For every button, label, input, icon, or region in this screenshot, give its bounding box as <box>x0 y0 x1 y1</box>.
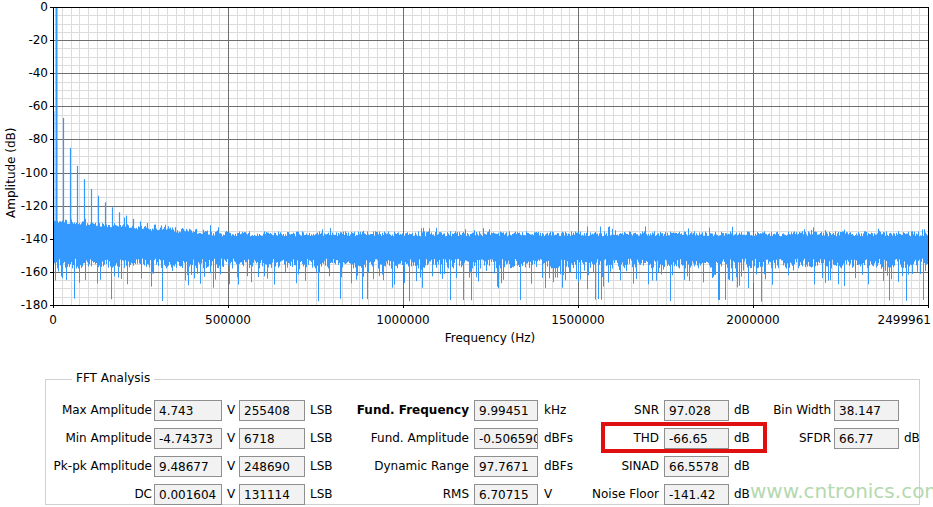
max-amplitude-lsb-field[interactable]: 255408 <box>239 400 305 421</box>
fund-frequency-label: Fund. Frequency <box>341 403 469 419</box>
fund-amplitude-field[interactable]: -0.506590 <box>474 428 538 449</box>
fft-plot: 0-20-40-60-80-100-120-140-160-180 050000… <box>0 0 933 360</box>
pk-pk-amplitude-label: Pk-pk Amplitude <box>46 459 152 475</box>
fft-spectrum-chart <box>0 0 933 360</box>
max-amplitude-field[interactable]: 4.743 <box>154 400 222 421</box>
bin-width-label: Bin Width <box>734 403 831 419</box>
x-axis-title: Frequency (Hz) <box>400 331 580 345</box>
noise-floor-label: Noise Floor <box>561 487 659 503</box>
fund-frequency-field[interactable]: 9.99451 <box>474 400 538 421</box>
thd-field[interactable]: -66.65 <box>664 428 729 449</box>
rms-field[interactable]: 6.70715 <box>474 484 538 505</box>
sinad-field[interactable]: 66.5578 <box>664 456 729 477</box>
sfdr-label: SFDR <box>734 431 831 447</box>
x-tick-label: 2499961 <box>878 313 931 327</box>
y-tick-label: -160 <box>0 265 48 279</box>
pk-pk-amplitude-lsb-field[interactable]: 248690 <box>239 456 305 477</box>
dynamic-range-label: Dynamic Range <box>341 459 469 475</box>
x-tick-label: 1000000 <box>376 313 429 327</box>
min-amplitude-lsb-field[interactable]: 6718 <box>239 428 305 449</box>
x-tick-label: 0 <box>49 313 57 327</box>
watermark-text: www.cntronics.com <box>750 479 933 503</box>
x-tick-label: 500000 <box>205 313 251 327</box>
pk-pk-amplitude-field[interactable]: 9.48677 <box>154 456 222 477</box>
groupbox-title: FFT Analysis <box>72 371 154 385</box>
y-tick-label: -40 <box>0 66 48 80</box>
thd-label: THD <box>561 431 659 447</box>
dc-label: DC <box>46 487 152 503</box>
y-tick-label: -20 <box>0 33 48 47</box>
sfdr-unit-label: dB <box>904 431 933 447</box>
dc-field[interactable]: 0.001604 <box>154 484 222 505</box>
dynamic-range-field[interactable]: 97.7671 <box>474 456 538 477</box>
dc-lsb-field[interactable]: 131114 <box>239 484 305 505</box>
y-tick-label: 0 <box>0 0 48 14</box>
y-tick-label: -180 <box>0 298 48 312</box>
x-tick-label: 1500000 <box>551 313 604 327</box>
fft-analyzer-window: 0-20-40-60-80-100-120-140-160-180 050000… <box>0 0 933 507</box>
x-tick-label: 2000000 <box>726 313 779 327</box>
rms-label: RMS <box>341 487 469 503</box>
min-amplitude-field[interactable]: -4.74373 <box>154 428 222 449</box>
sfdr-field[interactable]: 66.77 <box>834 428 899 449</box>
y-tick-label: -60 <box>0 99 48 113</box>
y-axis-title: Amplitude (dB) <box>4 127 18 218</box>
snr-label: SNR <box>561 403 659 419</box>
bin-width-field[interactable]: 38.147 <box>834 400 899 421</box>
max-amplitude-label: Max Amplitude <box>46 403 152 419</box>
min-amplitude-label: Min Amplitude <box>46 431 152 447</box>
noise-floor-field[interactable]: -141.42 <box>664 484 729 505</box>
sinad-label: SINAD <box>561 459 659 475</box>
fund-amplitude-label: Fund. Amplitude <box>341 431 469 447</box>
sinad-unit-label: dB <box>734 459 774 475</box>
snr-field[interactable]: 97.028 <box>664 400 729 421</box>
y-tick-label: -140 <box>0 232 48 246</box>
